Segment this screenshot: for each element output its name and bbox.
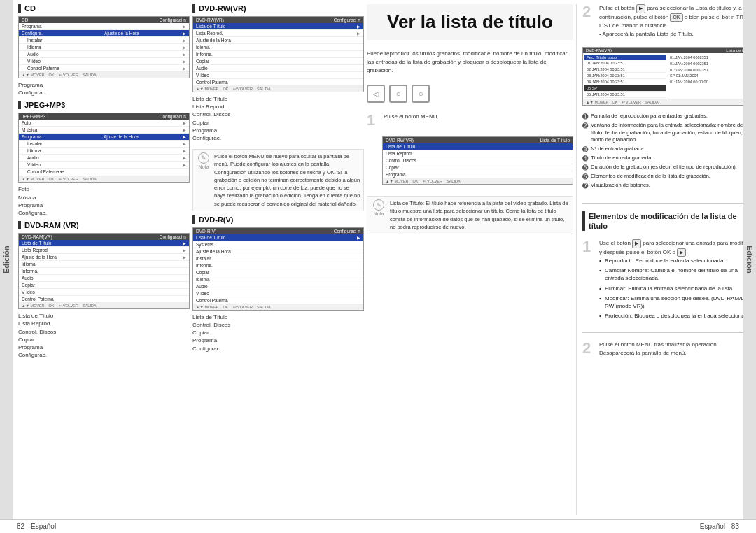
page-footer: 82 - Español Español - 83 (0, 519, 756, 533)
right-label-7: ➐ Visualización de botones. (582, 182, 743, 190)
mod-step-2-num: 2 (582, 341, 596, 357)
right-label-3: ➌ Nº de entrada grabada (582, 145, 743, 153)
mod-step-1-text: Use el botón ▶ para seleccionar una entr… (599, 239, 743, 257)
nav-icon-3: ○ (412, 85, 430, 103)
dvd-rwvr-screenshot: DVD-RW(VR) Configuraci n Lista de T ítul… (192, 16, 364, 92)
dvd-rwvr-section: DVD-RW(VR) DVD-RW(VR) Configuraci n List… (192, 4, 364, 142)
jpeg-labels: Foto Música Programa Configurac. (18, 185, 190, 217)
dvd-ram-title: DVD-RAM (VR) (18, 221, 190, 229)
mod-bullet-1: Reproducir: Reproduce la entrada selecci… (599, 257, 743, 264)
main-title: Ver la lista de título (372, 11, 568, 33)
dvd-rv-labels: Lista de Título Control. Discos Copiar P… (192, 313, 364, 353)
right-label-2: ➋ Ventana de información para la entrada… (582, 122, 743, 144)
mod-step-2-row: 2 Pulse el botón MENU tras finalizar la … (582, 341, 743, 357)
mod-bullet-2: Cambiar Nombre: Cambia el nombre del tít… (599, 266, 743, 282)
cd-screenshot: CD Configuraci n Programa▶ Configura. Aj… (18, 16, 190, 78)
note-icon: ✎ Nota (196, 152, 211, 208)
left-side-label: Edición (0, 0, 13, 519)
dvd-ram-screenshot: DVD-RAM(VR) Configuraci n Lista de T ítu… (18, 233, 190, 309)
dvd-ram-labels: Lista de Título Lista Reprod. Control. D… (18, 312, 190, 359)
step-1-number: 1 (367, 113, 381, 128)
cd-section: CD CD Configuraci n Programa▶ Configura.… (18, 4, 190, 97)
nav-icons-row: ◁ ○ ○ (367, 85, 573, 103)
cd-menu-row-programa: Programa▶ (19, 23, 189, 30)
cd-labels: Programa Configurac. (18, 81, 190, 97)
column-1: CD CD Configuraci n Programa▶ Configura.… (18, 4, 190, 515)
jpeg-mp3-title: JPEG+MP3 (18, 101, 190, 109)
mod-bullet-5: Protección: Bloquea o desbloquea la entr… (599, 312, 743, 320)
step-1-row: 1 Pulse el botón MENU. (367, 113, 573, 128)
step-1-text: Pulse el botón MENU. (384, 113, 439, 128)
mod-step-1-content: Use el botón ▶ para seleccionar una entr… (599, 239, 743, 322)
right-label-6: ➏ Elementos de modificación de la lista … (582, 173, 743, 180)
dvd-rv-section: DVD-R(V) DVD-R(V) Configuraci n Lista de… (192, 215, 364, 353)
step-2-top-row: 2 Pulse el botón ▶ para seleccionar la L… (582, 4, 743, 38)
right-labels-list: ➊ Pantalla de reproducción para entradas… (582, 113, 743, 191)
right-screenshot: DVD-RW(VR) Lista de título Fec. Título l… (582, 47, 743, 106)
column-3: Ver la lista de título Puede reproducir … (367, 4, 573, 515)
mod-bullet-3: Eliminar: Elimina la entrada seleccionad… (599, 285, 743, 292)
step-2-top-number: 2 (582, 4, 596, 38)
right-label-4: ➍ Título de entrada grabada. (582, 155, 743, 162)
cd-title: CD (18, 4, 190, 13)
right-label-5: ➎ Duración de la grabación (es decir, el… (582, 164, 743, 171)
jpeg-mp3-section: JPEG+MP3 JPEG+MP3 Configuraci n Foto▶ M … (18, 101, 190, 217)
footer-left: 82 - Español (17, 523, 56, 530)
column-4: 2 Pulse el botón ▶ para seleccionar la L… (576, 4, 743, 515)
step1-screenshot: DVD-RW(VR) Lista de T ítulo Lista de T í… (382, 136, 573, 185)
mod-step-1-row: 1 Use el botón ▶ para seleccionar una en… (582, 239, 743, 322)
column-2: DVD-RW(VR) DVD-RW(VR) Configuraci n List… (192, 4, 364, 515)
note-text-col3: Lista de Título: El título hace referenc… (390, 199, 570, 231)
nav-icon-1: ◁ (367, 85, 385, 103)
note-block-col3: ✎ Nota Lista de Título: El título hace r… (367, 196, 573, 234)
step-2-top-text: Pulse el botón ▶ para seleccionar la Lis… (599, 4, 743, 38)
dvd-rwvr-title: DVD-RW(VR) (192, 4, 364, 13)
dvd-ram-section: DVD-RAM (VR) DVD-RAM(VR) Configuraci n L… (18, 221, 190, 359)
note-icon-col3: ✎ Nota (370, 199, 387, 231)
footer-right: Español - 83 (700, 523, 739, 530)
divider-right-2 (582, 332, 743, 333)
cd-menu-row-config: Configura. Ajuste de la Hora ▶ (19, 30, 189, 37)
dvd-rwvr-labels: Lista de Título Lista Reprod. Control. D… (192, 95, 364, 142)
nav-icon-2: ○ (389, 85, 407, 103)
mod-step-2-text: Pulse el botón MENU tras finalizar la op… (599, 341, 743, 357)
main-title-box: Ver la lista de título (367, 4, 573, 40)
dvd-rv-screenshot: DVD-R(V) Configuraci n Lista de T ítulo▶… (192, 227, 364, 311)
dvd-rv-title: DVD-R(V) (192, 215, 364, 224)
main-description: Puede reproducir los títulos grabados, m… (367, 50, 573, 75)
note-text-col2: Pulse el botón MENU de nuevo para oculta… (214, 152, 360, 208)
right-side-label: Edición (743, 0, 756, 519)
modification-title: Elementos de modificación de la lista de… (582, 211, 743, 232)
note-block-col2: ✎ Nota Pulse el botón MENU de nuevo para… (192, 149, 364, 211)
mod-step-1-num: 1 (582, 239, 596, 322)
divider-right (582, 203, 743, 204)
mod-bullet-4: Modificar: Elimina una sección que desee… (599, 294, 743, 310)
right-label-1: ➊ Pantalla de reproducción para entradas… (582, 113, 743, 120)
jpeg-screenshot: JPEG+MP3 Configuraci n Foto▶ M úsica▶ Pr… (18, 113, 190, 183)
